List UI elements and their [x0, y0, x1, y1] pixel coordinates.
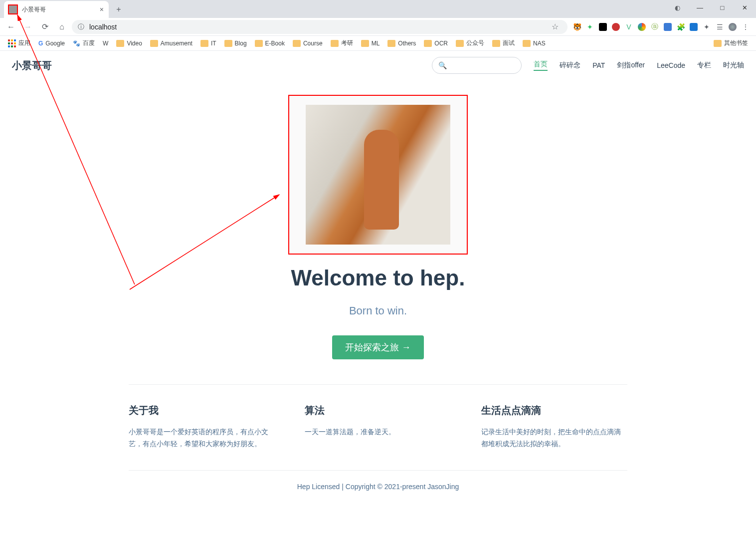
bookmark-item[interactable]: Others [383, 37, 420, 50]
ext-icon[interactable] [611, 22, 620, 31]
bookmark-item[interactable]: Course [289, 37, 327, 50]
feature-title: 生活点点滴滴 [481, 404, 627, 417]
new-tab-button[interactable]: + [112, 2, 126, 16]
bookmark-star-icon[interactable]: ☆ [552, 22, 559, 31]
folder-icon [116, 40, 124, 47]
feature-card: 算法 一天一道算法题，准备逆天。 [305, 404, 451, 450]
folder-icon [293, 40, 301, 47]
favicon-icon [8, 4, 18, 14]
folder-icon [255, 40, 263, 47]
bookmark-item[interactable]: IT [196, 37, 220, 50]
ext-icon[interactable]: 🐯 [572, 22, 581, 31]
hero-heading: Welcome to hep. [0, 266, 756, 290]
ext-icon[interactable]: ✦ [585, 22, 594, 31]
apps-button[interactable]: 应用 [4, 37, 34, 50]
cta-button[interactable]: 开始探索之旅 → [332, 335, 423, 359]
folder-icon [200, 40, 208, 47]
ext-icon[interactable]: V [624, 22, 633, 31]
ext-icon[interactable]: 🧩 [676, 22, 685, 31]
close-window-button[interactable]: ✕ [734, 0, 756, 15]
bookmark-label: OCR [434, 40, 448, 47]
bookmark-item[interactable]: ML [357, 37, 384, 50]
bookmark-item[interactable]: Blog [220, 37, 251, 50]
folder-icon [150, 40, 158, 47]
ext-icon[interactable] [637, 22, 646, 31]
bookmark-label: Amusement [161, 40, 192, 47]
nav-link[interactable]: PAT [592, 61, 605, 69]
bookmark-label: Course [303, 40, 323, 47]
bookmark-item[interactable]: NAS [519, 37, 550, 50]
site-info-icon[interactable]: ⓘ [78, 22, 84, 31]
bookmark-label: Blog [235, 40, 247, 47]
close-tab-button[interactable]: × [100, 5, 104, 13]
features-section: 关于我 小景哥哥是一个爱好英语的程序员，有点小文艺，有点小年轻，希望和大家称为好… [129, 384, 627, 450]
folder-icon [387, 40, 395, 47]
bookmark-label: Google [45, 40, 65, 47]
bookmark-item[interactable]: 考研 [327, 37, 357, 50]
bookmark-label: E-Book [265, 40, 285, 47]
bookmark-label: W [103, 40, 108, 47]
nav-link-home[interactable]: 首页 [534, 60, 548, 71]
bookmark-label: ML [372, 40, 380, 47]
folder-icon [224, 40, 232, 47]
bookmark-item[interactable]: W [99, 37, 112, 50]
ext-icon[interactable]: ⓐ [650, 22, 659, 31]
bookmark-label: 其他书签 [724, 39, 748, 47]
apps-icon [8, 39, 16, 47]
bookmark-item[interactable]: GGoogle [34, 37, 69, 50]
nav-link[interactable]: 剑指offer [617, 61, 645, 70]
bookmark-item[interactable]: E-Book [251, 37, 289, 50]
nav-link[interactable]: 碎碎念 [560, 61, 580, 70]
hero-image-box [288, 95, 468, 255]
page-content: 小景哥哥 🔍 首页 碎碎念 PAT 剑指offer LeeCode 专栏 时光轴… [0, 51, 756, 503]
bookmark-item[interactable]: 公众号 [452, 37, 488, 50]
bookmark-item[interactable]: Amusement [146, 37, 196, 50]
minimize-button[interactable]: — [689, 0, 711, 15]
browser-tab[interactable]: 小景哥哥 × [4, 1, 109, 18]
bookmark-bar: 应用 GGoogle 🐾百度 W Video Amusement IT Blog… [0, 36, 756, 51]
hero-image [306, 105, 450, 245]
address-bar[interactable]: ⓘ localhost ☆ [72, 20, 567, 34]
bookmark-item[interactable]: Video [112, 37, 146, 50]
site-title[interactable]: 小景哥哥 [12, 59, 52, 72]
profile-avatar[interactable] [728, 22, 737, 31]
folder-icon [492, 40, 500, 47]
reading-list-icon[interactable]: ☰ [715, 22, 724, 31]
address-bar-row: ← → ⟳ ⌂ ⓘ localhost ☆ 🐯 ✦ V ⓐ 🧩 ✦ ☰ ⋮ [0, 18, 756, 36]
nav-link[interactable]: LeeCode [657, 61, 685, 69]
nav-link[interactable]: 专栏 [697, 61, 711, 70]
reload-button[interactable]: ⟳ [38, 20, 52, 34]
nav-link[interactable]: 时光轴 [723, 61, 744, 70]
bookmark-item[interactable]: 面试 [488, 37, 519, 50]
menu-button[interactable]: ⋮ [741, 22, 750, 31]
feature-title: 关于我 [129, 404, 275, 417]
feature-desc: 一天一道算法题，准备逆天。 [305, 426, 451, 438]
ext-icon[interactable] [663, 22, 672, 31]
bookmark-label: Others [398, 40, 416, 47]
feature-card: 关于我 小景哥哥是一个爱好英语的程序员，有点小文艺，有点小年轻，希望和大家称为好… [129, 404, 275, 450]
bookmark-label: Video [127, 40, 142, 47]
home-button[interactable]: ⌂ [55, 20, 69, 34]
extensions-button[interactable]: ✦ [702, 22, 711, 31]
maximize-button[interactable]: □ [711, 0, 734, 15]
search-input[interactable]: 🔍 [432, 57, 522, 74]
hero-subtitle: Born to win. [0, 304, 756, 317]
feature-desc: 小景哥哥是一个爱好英语的程序员，有点小文艺，有点小年轻，希望和大家称为好朋友。 [129, 426, 275, 450]
bookmark-label: 公众号 [466, 39, 484, 47]
folder-icon [714, 40, 722, 47]
bookmark-label: 面试 [503, 39, 515, 47]
folder-icon [456, 40, 464, 47]
extension-icons: 🐯 ✦ V ⓐ 🧩 ✦ ☰ ⋮ [570, 22, 752, 31]
bookmark-item[interactable]: OCR [420, 37, 452, 50]
ext-icon[interactable] [598, 22, 607, 31]
other-bookmarks[interactable]: 其他书签 [710, 37, 752, 50]
bookmark-label: NAS [533, 40, 546, 47]
ext-icon[interactable] [689, 22, 698, 31]
search-icon: 🔍 [438, 61, 447, 69]
feature-title: 算法 [305, 404, 451, 417]
bookmark-item[interactable]: 🐾百度 [69, 37, 99, 50]
footer: Hep Licensed | Copyright © 2021-present … [129, 470, 627, 503]
forward-button[interactable]: → [21, 20, 35, 34]
feature-desc: 记录生活中美好的时刻，把生命中的点点滴滴都堆积成无法比拟的幸福。 [481, 426, 627, 450]
back-button[interactable]: ← [4, 20, 18, 34]
